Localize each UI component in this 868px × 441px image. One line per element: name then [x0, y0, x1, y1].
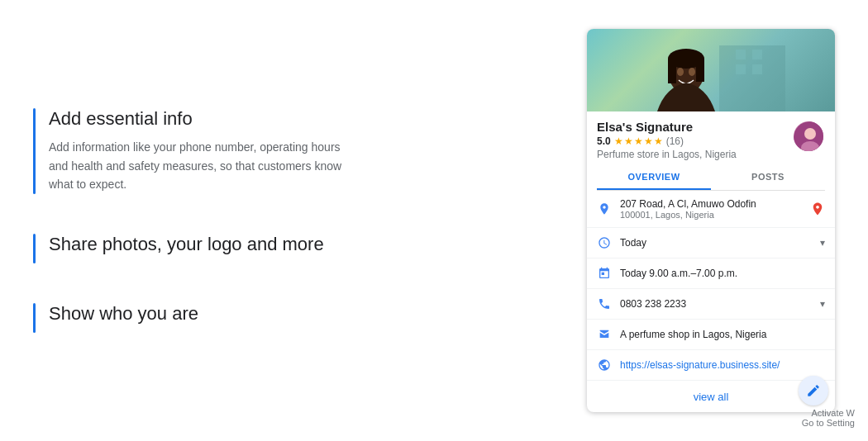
store-description-row: A perfume shop in Lagos, Nigeria	[587, 320, 835, 350]
store-icon	[597, 327, 612, 342]
hours-row[interactable]: Today ▾	[587, 228, 835, 258]
phone-number: 0803 238 2233	[620, 298, 812, 310]
star-2: ★	[624, 135, 633, 147]
section-title-1: Add essential info	[49, 108, 346, 130]
star-1: ★	[614, 135, 623, 147]
right-panel: Elsa's Signature 5.0 ★ ★ ★ ★ ★ (16) Perf…	[570, 0, 868, 441]
chevron-down-icon: ▾	[820, 237, 825, 249]
svg-rect-3	[736, 64, 746, 74]
address-text: 207 Road, A Cl, Amuwo Odofin 100001, Lag…	[620, 198, 802, 220]
business-name-block: Elsa's Signature 5.0 ★ ★ ★ ★ ★ (16) Perf…	[597, 120, 737, 165]
card-cover	[587, 29, 835, 111]
section-title-2: Share photos, your logo and more	[49, 234, 324, 255]
section-content-2: Share photos, your logo and more	[49, 234, 324, 263]
website-url: https://elsas-signature.business.site/	[620, 359, 825, 371]
section-bar-3	[33, 303, 36, 333]
watermark: Activate W Go to Setting	[802, 408, 855, 428]
avatar	[792, 120, 825, 153]
calendar-icon	[597, 266, 612, 281]
business-category: Perfume store in Lagos, Nigeria	[597, 149, 737, 160]
section-content-1: Add essential info Add information like …	[49, 108, 346, 193]
star-5: ★	[654, 135, 663, 147]
svg-point-12	[689, 68, 695, 76]
svg-point-14	[804, 128, 816, 140]
hours-detail-row: Today 9.00 a.m.–7.00 p.m.	[587, 258, 835, 289]
globe-icon	[597, 358, 612, 372]
section-bar-1	[33, 108, 36, 193]
svg-rect-9	[668, 59, 676, 83]
hours-detail-text: Today 9.00 a.m.–7.00 p.m.	[620, 268, 825, 279]
section-bar-2	[33, 234, 36, 263]
section-content-3: Show who you are	[49, 303, 198, 333]
star-3: ★	[634, 135, 643, 147]
location-icon	[597, 202, 612, 216]
hours-label: Today	[620, 237, 812, 249]
business-name: Elsa's Signature	[597, 120, 737, 134]
svg-rect-2	[752, 50, 762, 59]
map-pin-icon[interactable]	[810, 202, 825, 216]
watermark-line1: Activate W	[802, 408, 855, 418]
section-share-photos: Share photos, your logo and more	[33, 234, 521, 263]
cover-image	[587, 29, 835, 111]
view-all-link[interactable]: view all	[694, 391, 729, 403]
card-rows: 207 Road, A Cl, Amuwo Odofin 100001, Lag…	[587, 191, 835, 380]
address-line1: 207 Road, A Cl, Amuwo Odofin	[620, 198, 802, 210]
address-row: 207 Road, A Cl, Amuwo Odofin 100001, Lag…	[587, 191, 835, 228]
section-desc-1: Add information like your phone number, …	[49, 138, 346, 193]
edit-fab-button[interactable]	[799, 376, 828, 405]
phone-row[interactable]: 0803 238 2233 ▾	[587, 289, 835, 320]
store-description-text: A perfume shop in Lagos, Nigeria	[620, 329, 825, 340]
watermark-line2: Go to Setting	[802, 418, 855, 428]
address-line2: 100001, Lagos, Nigeria	[620, 210, 802, 220]
stars-row: 5.0 ★ ★ ★ ★ ★ (16)	[597, 135, 737, 147]
tab-posts[interactable]: Posts	[711, 165, 825, 190]
website-row[interactable]: https://elsas-signature.business.site/	[587, 350, 835, 380]
edit-icon	[806, 383, 821, 398]
svg-rect-10	[696, 59, 704, 82]
business-card: Elsa's Signature 5.0 ★ ★ ★ ★ ★ (16) Perf…	[587, 29, 835, 412]
rating-number: 5.0	[597, 135, 611, 147]
card-info-row: Elsa's Signature 5.0 ★ ★ ★ ★ ★ (16) Perf…	[587, 111, 835, 165]
section-title-3: Show who you are	[49, 303, 198, 325]
section-add-essential: Add essential info Add information like …	[33, 108, 521, 193]
star-4: ★	[644, 135, 653, 147]
section-show-who: Show who you are	[33, 303, 521, 333]
svg-rect-1	[736, 50, 746, 59]
clock-icon	[597, 235, 612, 250]
tab-overview[interactable]: Overview	[597, 165, 711, 190]
view-all-row: view all	[587, 380, 835, 412]
phone-chevron-icon: ▾	[820, 298, 825, 310]
stars-display: ★ ★ ★ ★ ★	[614, 135, 663, 147]
review-count: (16)	[666, 135, 684, 147]
svg-point-11	[677, 68, 684, 76]
left-panel: Add essential info Add information like …	[0, 0, 570, 441]
phone-icon	[597, 296, 612, 311]
svg-rect-4	[752, 64, 762, 74]
card-tabs: Overview Posts	[597, 165, 825, 191]
